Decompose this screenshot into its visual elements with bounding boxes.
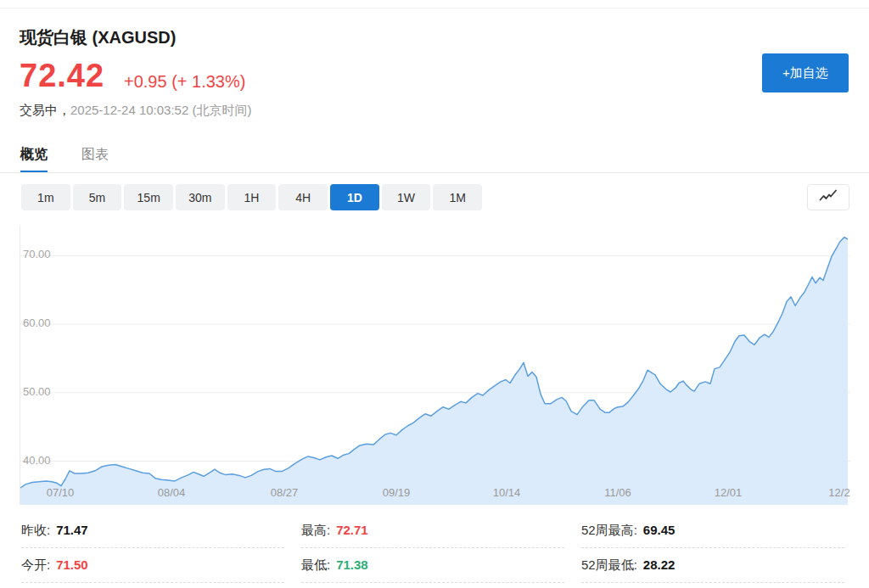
timeframe-1M[interactable]: 1M xyxy=(433,184,482,210)
quote-page: 现货白银 (XAGUSD) +加自选 72.42 +0.95 (+ 1.33%)… xyxy=(0,0,869,588)
stat-high: 最高:72.71 xyxy=(301,513,564,548)
stat-value: 28.22 xyxy=(643,557,676,572)
top-divider xyxy=(0,8,869,8)
timeframe-1h[interactable]: 1H xyxy=(227,184,277,210)
stats-column: 最高:72.71 最低:71.38 xyxy=(301,513,564,583)
x-axis-label: 12/01 xyxy=(704,486,752,499)
y-axis-label: 50.00 xyxy=(23,385,51,398)
price-change: +0.95 (+ 1.33%) xyxy=(124,72,245,92)
stat-value: 71.38 xyxy=(336,557,368,572)
stats-section: 昨收:71.47 今开:71.50 最高:72.71 最低:71.38 52周最… xyxy=(21,513,844,583)
tab-chart[interactable]: 图表 xyxy=(81,146,109,173)
x-axis-label: 09/19 xyxy=(373,486,420,499)
y-axis-label: 70.00 xyxy=(23,248,51,260)
x-axis-label: 08/27 xyxy=(261,486,308,499)
tab-overview[interactable]: 概览 xyxy=(20,146,48,173)
line-chart-icon xyxy=(819,189,838,206)
trading-status: 交易中， xyxy=(20,103,70,117)
page-title: 现货白银 (XAGUSD) xyxy=(20,26,176,49)
timeframe-15m[interactable]: 15m xyxy=(124,184,173,210)
last-price: 72.42 xyxy=(20,58,104,94)
stat-prev-close: 昨收:71.47 xyxy=(21,513,284,548)
y-axis-label: 40.00 xyxy=(23,454,51,467)
timeframe-4h[interactable]: 4H xyxy=(278,184,328,210)
x-axis-label: 11/06 xyxy=(594,486,642,499)
stat-value: 71.50 xyxy=(56,557,88,572)
stats-column: 52周最高:69.45 52周最低:28.22 xyxy=(581,513,844,583)
stat-open: 今开:71.50 xyxy=(21,548,284,583)
quote-timestamp: 2025-12-24 10:03:52 (北京时间) xyxy=(70,103,251,117)
stat-value: 69.45 xyxy=(643,523,676,537)
stat-52w-low: 52周最低:28.22 xyxy=(581,548,844,583)
timeframe-1w[interactable]: 1W xyxy=(382,184,431,210)
chart-style-button[interactable] xyxy=(807,184,849,210)
stat-low: 最低:71.38 xyxy=(301,548,564,583)
tabs-divider xyxy=(0,172,869,173)
timeframe-1m[interactable]: 1m xyxy=(21,184,70,210)
tab-bar: 概览 图表 xyxy=(20,146,109,173)
x-axis-label: 07/10 xyxy=(36,486,84,499)
add-watchlist-button[interactable]: +加自选 xyxy=(762,53,849,92)
x-axis-label: 10/14 xyxy=(483,486,530,499)
x-axis-label: 12/2 xyxy=(816,486,850,499)
stat-value: 71.47 xyxy=(56,523,88,537)
stat-value: 72.71 xyxy=(336,523,368,537)
y-axis-label: 60.00 xyxy=(23,316,51,329)
price-chart[interactable]: 40.0050.0060.0070.0007/1008/0408/2709/19… xyxy=(20,225,850,505)
price-chart-canvas xyxy=(20,225,850,505)
stat-52w-high: 52周最高:69.45 xyxy=(581,513,844,548)
x-axis-label: 08/04 xyxy=(148,486,195,499)
timeframe-30m[interactable]: 30m xyxy=(176,184,225,210)
timeframe-5m[interactable]: 5m xyxy=(73,184,122,210)
quote-status: 交易中，2025-12-24 10:03:52 (北京时间) xyxy=(20,103,251,119)
timeframe-1d[interactable]: 1D xyxy=(330,184,379,210)
timeframe-bar: 1m 5m 15m 30m 1H 4H 1D 1W 1M xyxy=(21,184,482,210)
stats-column: 昨收:71.47 今开:71.50 xyxy=(21,513,284,583)
price-area xyxy=(20,238,848,505)
